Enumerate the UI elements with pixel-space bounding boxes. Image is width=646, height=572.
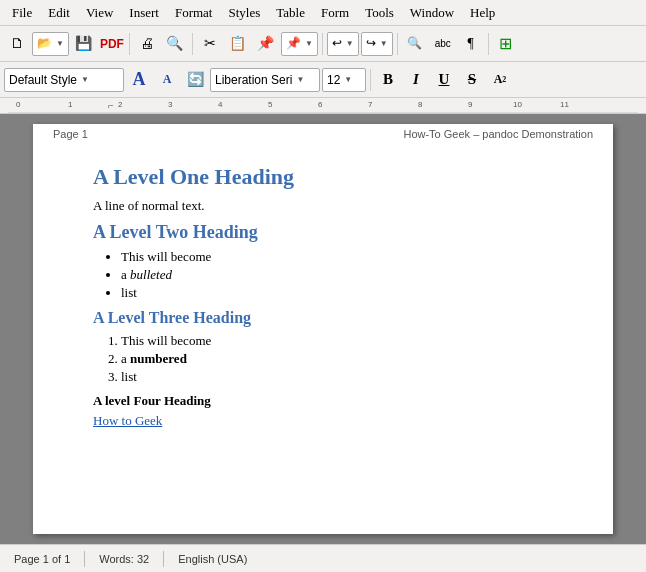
- menu-tools[interactable]: Tools: [357, 3, 402, 23]
- separator-fmt1: [370, 69, 371, 91]
- document-page: Page 1 How-To Geek – pandoc Demonstratio…: [33, 124, 613, 534]
- bullet-list: This will become a bulleted list: [93, 249, 573, 301]
- ruler: // Will be drawn via inline positions 0 …: [0, 98, 646, 114]
- list-item: This will become: [121, 249, 573, 265]
- toolbar2: Default Style ▼ A A 🔄 Liberation Seri ▼ …: [0, 62, 646, 98]
- file-icon: 📂: [37, 36, 52, 51]
- find-button[interactable]: 🔍: [402, 31, 428, 57]
- list-item: a numbered: [121, 351, 573, 367]
- font-dropdown-arrow: ▼: [296, 75, 304, 84]
- paste-dropdown-arrow: ▼: [305, 39, 313, 48]
- numbered-item2-prefix: a: [121, 351, 130, 366]
- ruler-scale: // Will be drawn via inline positions 0 …: [8, 98, 638, 113]
- redo-icon: ↪: [366, 36, 376, 51]
- menu-styles[interactable]: Styles: [220, 3, 268, 23]
- paste-button[interactable]: 📌: [253, 31, 279, 57]
- strikethrough-button[interactable]: S: [459, 67, 485, 93]
- menu-file[interactable]: File: [4, 3, 40, 23]
- decrease-font-button[interactable]: A: [154, 67, 180, 93]
- superscript-button[interactable]: A2: [487, 67, 513, 93]
- page-count: Page 1 of 1: [8, 551, 76, 567]
- undo-icon: ↩: [332, 36, 342, 51]
- font-dropdown[interactable]: Liberation Seri ▼: [210, 68, 320, 92]
- list-item: This will become: [121, 333, 573, 349]
- statusbar: Page 1 of 1 Words: 32 English (USA): [0, 544, 646, 572]
- style-dropdown-value: Default Style: [9, 73, 77, 87]
- cut-button[interactable]: ✂: [197, 31, 223, 57]
- redo-dropdown-arrow: ▼: [380, 39, 388, 48]
- copy-button[interactable]: 📋: [225, 31, 251, 57]
- font-dropdown-value: Liberation Seri: [215, 73, 292, 87]
- table-insert-button[interactable]: ⊞: [493, 31, 519, 57]
- menu-format[interactable]: Format: [167, 3, 221, 23]
- menubar: File Edit View Insert Format Styles Tabl…: [0, 0, 646, 26]
- font-color-cycle[interactable]: 🔄: [182, 67, 208, 93]
- heading-4: A level Four Heading: [93, 393, 573, 409]
- file-dropdown-arrow: ▼: [56, 39, 64, 48]
- language: English (USA): [172, 551, 253, 567]
- paste-icon: 📌: [286, 36, 301, 51]
- page-label: Page 1: [53, 128, 88, 140]
- formatting-marks-button[interactable]: ¶: [458, 31, 484, 57]
- pdf-button[interactable]: PDF: [99, 31, 125, 57]
- link-paragraph: How to Geek: [93, 413, 573, 429]
- separator5: [488, 33, 489, 55]
- document-body: A Level One Heading A line of normal tex…: [93, 164, 573, 429]
- bold-button[interactable]: B: [375, 67, 401, 93]
- separator3: [322, 33, 323, 55]
- spellcheck-button[interactable]: abc: [430, 31, 456, 57]
- separator4: [397, 33, 398, 55]
- menu-view[interactable]: View: [78, 3, 121, 23]
- undo-dropdown[interactable]: ↩ ▼: [327, 32, 359, 56]
- size-dropdown-value: 12: [327, 73, 340, 87]
- status-separator1: [84, 551, 85, 567]
- heading-3: A Level Three Heading: [93, 309, 573, 327]
- underline-button[interactable]: U: [431, 67, 457, 93]
- undo-dropdown-arrow: ▼: [346, 39, 354, 48]
- size-dropdown[interactable]: 12 ▼: [322, 68, 366, 92]
- menu-edit[interactable]: Edit: [40, 3, 78, 23]
- print-preview-button[interactable]: 🔍: [162, 31, 188, 57]
- numbered-item2-bold: numbered: [130, 351, 187, 366]
- word-count: Words: 32: [93, 551, 155, 567]
- save-button[interactable]: 💾: [71, 31, 97, 57]
- size-dropdown-arrow: ▼: [344, 75, 352, 84]
- new-button[interactable]: 🗋: [4, 31, 30, 57]
- list-item: a bulleted: [121, 267, 573, 283]
- separator1: [129, 33, 130, 55]
- numbered-list: This will become a numbered list: [93, 333, 573, 385]
- page-header: How-To Geek – pandoc Demonstration: [403, 128, 593, 140]
- bullet-item2-prefix: a: [121, 267, 130, 282]
- italic-button[interactable]: I: [403, 67, 429, 93]
- normal-paragraph: A line of normal text.: [93, 198, 573, 214]
- bullet-item2-italic: bulleted: [130, 267, 172, 282]
- menu-form[interactable]: Form: [313, 3, 357, 23]
- menu-help[interactable]: Help: [462, 3, 503, 23]
- file-dropdown[interactable]: 📂 ▼: [32, 32, 69, 56]
- heading-2: A Level Two Heading: [93, 222, 573, 243]
- menu-window[interactable]: Window: [402, 3, 462, 23]
- separator2: [192, 33, 193, 55]
- style-dropdown[interactable]: Default Style ▼: [4, 68, 124, 92]
- style-dropdown-arrow: ▼: [81, 75, 89, 84]
- paste-dropdown[interactable]: 📌 ▼: [281, 32, 318, 56]
- print-button[interactable]: 🖨: [134, 31, 160, 57]
- heading-1: A Level One Heading: [93, 164, 573, 190]
- status-separator2: [163, 551, 164, 567]
- list-item: list: [121, 369, 573, 385]
- document-area: Page 1 How-To Geek – pandoc Demonstratio…: [0, 114, 646, 544]
- menu-table[interactable]: Table: [268, 3, 313, 23]
- increase-font-button[interactable]: A: [126, 67, 152, 93]
- menu-insert[interactable]: Insert: [121, 3, 167, 23]
- how-to-geek-link[interactable]: How to Geek: [93, 413, 162, 428]
- redo-dropdown[interactable]: ↪ ▼: [361, 32, 393, 56]
- toolbar1: 🗋 📂 ▼ 💾 PDF 🖨 🔍 ✂ 📋 📌 📌 ▼ ↩ ▼ ↪ ▼ 🔍 abc …: [0, 26, 646, 62]
- list-item: list: [121, 285, 573, 301]
